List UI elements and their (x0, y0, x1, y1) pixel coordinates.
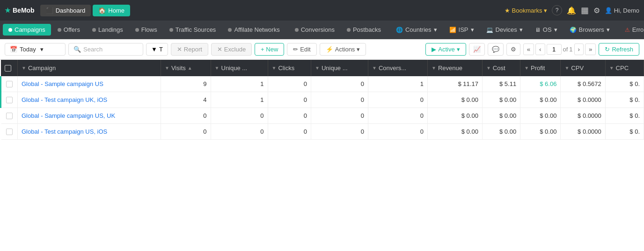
revenue-col-label: Revenue (438, 65, 462, 72)
bookmarks-label: Bookmarks (512, 7, 542, 14)
affiliate-label: Affilate Networks (234, 26, 279, 33)
nav-traffic-sources[interactable]: Traffic Sources (164, 24, 222, 36)
next-page-button[interactable]: › (574, 43, 584, 55)
nav-flows[interactable]: Flows (130, 24, 163, 36)
home-button[interactable]: 🏠 Home (93, 5, 130, 16)
bookmarks-button[interactable]: ★ Bookmarks ▾ (505, 7, 547, 14)
date-picker[interactable]: 📅 Today ▾ (5, 43, 66, 56)
comment-button[interactable]: 💬 (488, 43, 504, 56)
filter-button[interactable]: ▼ T (146, 43, 168, 56)
chart-button[interactable]: 📈 (469, 43, 485, 56)
devices-arrow: ▾ (520, 26, 523, 33)
nav-browsers[interactable]: 🌍 Browsers ▾ (564, 24, 615, 36)
nav-campaigns[interactable]: Campaigns (3, 24, 51, 36)
last-page-button[interactable]: » (585, 43, 596, 55)
calendar-icon: 📅 (10, 46, 17, 53)
report-button[interactable]: ✕ Report (171, 43, 208, 56)
first-page-button[interactable]: « (523, 43, 534, 55)
help-button[interactable]: ? (552, 5, 562, 15)
nav-postbacks[interactable]: Postbacks (341, 24, 387, 36)
header-checkbox[interactable] (5, 65, 11, 72)
profit-cell: $ 0.00 (520, 124, 561, 140)
dashboard-button[interactable]: ⬛ Dashboard (40, 5, 91, 16)
user-menu[interactable]: 👤 Hi, Demo (605, 7, 639, 14)
row-checkbox[interactable] (6, 97, 13, 103)
row-checkbox-cell (1, 124, 18, 140)
dashboard-label: Dashboard (56, 7, 86, 14)
active-label: Active (438, 46, 454, 53)
unique_c-cell: 0 (311, 76, 368, 92)
cpv-cell: $ 0.5672 (561, 76, 605, 92)
table-row: Global - Sample campaign US91001$ 11.17$… (1, 76, 644, 92)
cpc-filter-icon: ▼ (609, 65, 614, 71)
page-number-input[interactable] (547, 44, 562, 55)
visits-cell: 4 (161, 92, 211, 108)
search-icon: 🔍 (73, 46, 81, 53)
prev-page-button[interactable]: ‹ (535, 43, 545, 55)
campaign-filter-icon: ▼ (22, 65, 26, 71)
nav-os[interactable]: 🖥 OS ▾ (529, 24, 563, 36)
col-header-clicks[interactable]: ▼ Clicks (268, 60, 311, 76)
edit-button[interactable]: ✏ Edit (287, 43, 316, 56)
comment-icon: 💬 (492, 46, 499, 53)
nav-affiliate-networks[interactable]: Affilate Networks (222, 24, 285, 36)
nav-landings[interactable]: Landings (87, 24, 129, 36)
nav-devices[interactable]: 💻 Devices ▾ (481, 24, 528, 36)
col-header-conversions[interactable]: ▼ Convers... (368, 60, 427, 76)
top-navigation: ★ BeMob ⬛ Dashboard 🏠 Home ★ Bookmarks ▾… (0, 0, 644, 21)
col-header-revenue[interactable]: ▼ Revenue (428, 60, 483, 76)
col-header-cost[interactable]: ▼ Cost (482, 60, 520, 76)
isp-arrow: ▾ (471, 26, 474, 33)
refresh-button[interactable]: ↻ Refresh (599, 43, 639, 56)
revenue-cell: $ 0.00 (428, 92, 483, 108)
search-placeholder: Search (83, 46, 102, 53)
flows-dot (135, 28, 139, 32)
top-right-actions: ★ Bookmarks ▾ ? 🔔 ▦ ⚙ 👤 Hi, Demo (505, 5, 639, 15)
nav-conversions[interactable]: Conversions (289, 24, 340, 36)
devices-label: Devices (496, 26, 517, 33)
cpv-cell: $ 0.0000 (561, 108, 605, 124)
new-button[interactable]: + New (255, 43, 284, 56)
clicks-filter-icon: ▼ (272, 65, 277, 71)
col-header-campaign[interactable]: ▼ Campaign (18, 60, 161, 76)
row-checkbox[interactable] (6, 81, 13, 87)
exclude-button[interactable]: ✕ Exclude (211, 43, 252, 56)
devices-icon: 💻 (486, 27, 493, 33)
report-label: Report (184, 46, 202, 53)
cpc-cell: $ 0. (605, 92, 644, 108)
filter-icon: ▼ (151, 46, 157, 53)
revenue-cell: $ 11.17 (428, 76, 483, 92)
row-checkbox[interactable] (6, 129, 13, 135)
campaigns-table: ▼ Campaign ▼ Visits ▲ ▼ Unique ... (0, 60, 644, 140)
nav-offers[interactable]: Offers (52, 24, 86, 36)
active-filter-button[interactable]: ▶ Active ▾ (425, 43, 466, 56)
isp-icon: 📶 (449, 27, 456, 33)
col-header-cpv[interactable]: ▼ CPV (561, 60, 605, 76)
actions-button[interactable]: ⚡ Actions ▾ (320, 43, 366, 56)
campaign-name-cell[interactable]: Global - Sample campaign US (18, 76, 161, 92)
os-arrow: ▾ (554, 26, 557, 33)
calendar-button[interactable]: ▦ (581, 5, 589, 15)
campaign-name-cell[interactable]: Global - Test campaign UK, iOS (18, 92, 161, 108)
campaign-name-cell[interactable]: Global - Test campaign US, iOS (18, 124, 161, 140)
cpv-filter-icon: ▼ (564, 65, 569, 71)
unique_c-cell: 0 (311, 124, 368, 140)
nav-isp[interactable]: 📶 ISP ▾ (444, 24, 480, 36)
col-header-profit[interactable]: ▼ Profit (520, 60, 561, 76)
notification-button[interactable]: 🔔 (567, 6, 576, 15)
conversions-filter-icon: ▼ (372, 65, 377, 71)
settings-gear-button[interactable]: ⚙ (506, 43, 520, 56)
nav-countries[interactable]: 🌐 Countries ▾ (390, 24, 443, 36)
countries-icon: 🌐 (396, 27, 403, 33)
col-header-cpc[interactable]: ▼ CPC (605, 60, 644, 76)
campaign-name-cell[interactable]: Global - Sample campaign US, UK (18, 108, 161, 124)
col-header-unique-v[interactable]: ▼ Unique ... (211, 60, 268, 76)
col-header-visits[interactable]: ▼ Visits ▲ (161, 60, 211, 76)
date-arrow: ▾ (40, 46, 44, 53)
nav-errors[interactable]: ⚠ Errors (619, 24, 644, 36)
search-box[interactable]: 🔍 Search (68, 43, 143, 56)
offers-label: Offers (64, 26, 80, 33)
settings-button[interactable]: ⚙ (593, 6, 600, 15)
col-header-unique-c[interactable]: ▼ Unique ... (311, 60, 368, 76)
row-checkbox[interactable] (6, 113, 13, 119)
